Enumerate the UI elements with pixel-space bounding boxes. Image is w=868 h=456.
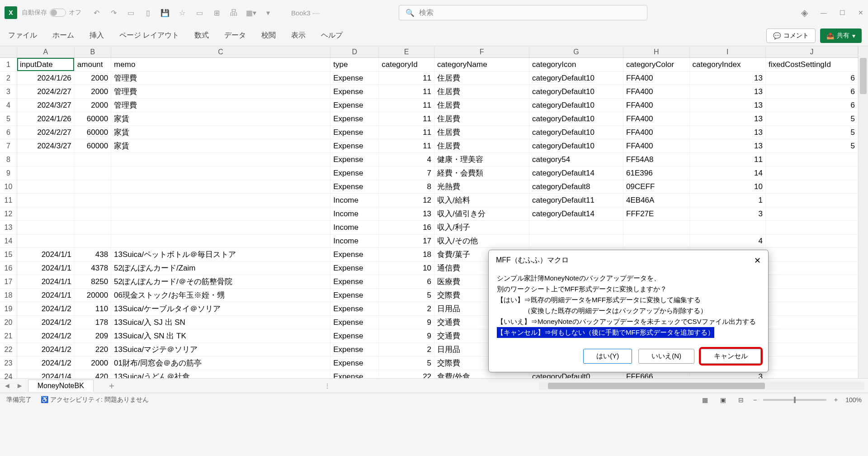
- cell[interactable]: categoryName: [434, 58, 529, 71]
- row-header[interactable]: 10: [0, 180, 17, 194]
- col-header[interactable]: J: [766, 46, 858, 57]
- col-header[interactable]: A: [17, 46, 75, 57]
- cell[interactable]: 13Suica/ペットボトル＠毎日ストア: [111, 248, 330, 261]
- row-header[interactable]: 8: [0, 153, 17, 166]
- cell[interactable]: 9: [379, 329, 434, 342]
- cell[interactable]: [766, 370, 858, 378]
- cell[interactable]: memo: [111, 58, 330, 71]
- cell[interactable]: [623, 221, 690, 234]
- cell[interactable]: 管理費: [111, 71, 330, 85]
- qat-button[interactable]: ☆: [177, 8, 187, 18]
- cell[interactable]: [766, 194, 858, 207]
- row-header[interactable]: 18: [0, 289, 17, 302]
- cell[interactable]: 5: [766, 126, 858, 139]
- cell[interactable]: amount: [75, 58, 111, 71]
- sheet-next-button[interactable]: ►: [16, 382, 24, 390]
- cell[interactable]: 12: [379, 194, 434, 207]
- vertical-scrollbar[interactable]: [858, 46, 868, 378]
- cell[interactable]: 2024/1/1: [17, 261, 75, 275]
- cell[interactable]: 2024/1/1: [17, 248, 75, 261]
- cell[interactable]: type: [330, 58, 379, 71]
- horizontal-scrollbar[interactable]: [539, 382, 864, 390]
- cell[interactable]: 13Suica/うどん＠社食: [111, 370, 330, 378]
- cell[interactable]: 9: [379, 316, 434, 329]
- select-all-corner[interactable]: [0, 46, 17, 58]
- cell[interactable]: [766, 329, 858, 342]
- col-header[interactable]: I: [690, 46, 766, 57]
- maximize-button[interactable]: ☐: [840, 9, 845, 16]
- sheet-tab-active[interactable]: MoneyNoteBK: [28, 380, 94, 392]
- cell[interactable]: Expense: [330, 261, 379, 275]
- cell[interactable]: Expense: [330, 356, 379, 370]
- row-header[interactable]: 9: [0, 166, 17, 180]
- cell[interactable]: 6: [766, 85, 858, 98]
- cell[interactable]: Expense: [330, 153, 379, 166]
- cell[interactable]: 8250: [75, 275, 111, 288]
- cell[interactable]: Expense: [330, 343, 379, 356]
- cell[interactable]: 11: [379, 85, 434, 98]
- scroll-thumb[interactable]: [860, 58, 867, 94]
- cell[interactable]: Expense: [330, 248, 379, 261]
- tab-data[interactable]: データ: [222, 27, 248, 44]
- cell[interactable]: 住居費: [434, 71, 529, 85]
- cell[interactable]: [766, 180, 858, 193]
- row-header[interactable]: 23: [0, 356, 17, 370]
- tab-insert[interactable]: 挿入: [88, 27, 106, 44]
- zoom-out-button[interactable]: −: [753, 396, 757, 404]
- cell[interactable]: Expense: [330, 85, 379, 98]
- save-button[interactable]: 💾: [160, 8, 170, 18]
- sheet-menu-icon[interactable]: ⋮: [324, 382, 330, 390]
- cell[interactable]: [766, 234, 858, 247]
- cell[interactable]: 5: [766, 139, 858, 152]
- cell[interactable]: 光熱費: [434, 180, 529, 193]
- cell[interactable]: 110: [75, 302, 111, 315]
- cell[interactable]: 2024/1/2: [17, 356, 75, 370]
- tab-help[interactable]: ヘルプ: [319, 27, 344, 44]
- dialog-yes-button[interactable]: はい(Y): [583, 349, 632, 364]
- cell[interactable]: [766, 248, 858, 261]
- cell[interactable]: 13Suica/ケーブルタイ＠ソリア: [111, 302, 330, 315]
- cell[interactable]: [766, 261, 858, 275]
- cell[interactable]: 13: [690, 112, 766, 125]
- cell[interactable]: 13Suica/入 SJ 出 SN: [111, 316, 330, 329]
- row-header[interactable]: 13: [0, 221, 17, 234]
- tab-home[interactable]: ホーム: [51, 27, 76, 44]
- row-header[interactable]: 4: [0, 99, 17, 112]
- cell[interactable]: 1: [690, 194, 766, 207]
- cell[interactable]: 13: [690, 139, 766, 152]
- cell[interactable]: 10: [690, 180, 766, 193]
- cell[interactable]: Expense: [330, 289, 379, 302]
- cell[interactable]: 管理費: [111, 99, 330, 112]
- col-header[interactable]: E: [379, 46, 434, 57]
- cell[interactable]: 4: [379, 153, 434, 166]
- cell[interactable]: 52ぽんぽんカード/Zaim: [111, 261, 330, 275]
- cell[interactable]: [17, 234, 75, 247]
- qat-dropdown[interactable]: ▾: [263, 8, 273, 18]
- cell[interactable]: 6: [379, 275, 434, 288]
- row-header[interactable]: 5: [0, 112, 17, 126]
- accessibility-status[interactable]: ♿ アクセシビリティ: 問題ありません: [41, 396, 149, 404]
- cell[interactable]: [529, 221, 623, 234]
- search-box[interactable]: 🔍 検索: [399, 5, 647, 20]
- cell[interactable]: 4EB46A: [623, 194, 690, 207]
- view-page-break-button[interactable]: ⊟: [735, 395, 747, 405]
- cell[interactable]: 収入/値引き分: [434, 207, 529, 220]
- cell[interactable]: 2: [379, 302, 434, 315]
- col-header[interactable]: F: [434, 46, 529, 57]
- cell[interactable]: 2: [379, 343, 434, 356]
- cell[interactable]: [17, 153, 75, 166]
- cell[interactable]: Expense: [330, 329, 379, 342]
- cell[interactable]: 家賃: [111, 139, 330, 152]
- tab-page-layout[interactable]: ページ レイアウト: [118, 27, 181, 44]
- col-header[interactable]: C: [111, 46, 330, 57]
- cell[interactable]: 09CEFF: [623, 180, 690, 193]
- cell[interactable]: [75, 180, 111, 193]
- col-header[interactable]: G: [529, 46, 623, 57]
- cell[interactable]: [766, 221, 858, 234]
- cell[interactable]: FF54A8: [623, 153, 690, 166]
- cell[interactable]: [111, 194, 330, 207]
- qat-button[interactable]: ▦▾: [246, 8, 256, 18]
- cell[interactable]: 14: [690, 166, 766, 180]
- cell[interactable]: 18: [379, 248, 434, 261]
- comments-button[interactable]: 💬 コメント: [766, 28, 816, 43]
